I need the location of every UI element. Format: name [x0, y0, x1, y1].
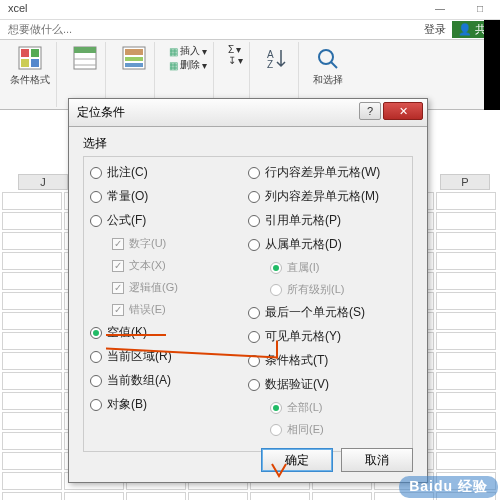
cond-format-icon: [16, 44, 44, 72]
opt-constants[interactable]: 常量(O): [90, 188, 248, 205]
opt-all-levels: 所有级别(L): [270, 282, 406, 297]
app-name-fragment: xcel: [8, 2, 28, 14]
ribbon-cond-format[interactable]: 条件格式: [4, 42, 57, 107]
minimize-button[interactable]: —: [420, 0, 460, 18]
window-controls: — □: [420, 0, 500, 18]
tell-me-bar: 想要做什么... 登录 👤 共: [0, 20, 500, 40]
svg-rect-6: [74, 47, 96, 53]
delete-icon: ▦: [169, 60, 178, 71]
ok-button[interactable]: 确定: [261, 448, 333, 472]
svg-rect-11: [125, 57, 143, 61]
app-title-bar: xcel — □: [0, 0, 500, 20]
sort-icon: AZ: [264, 44, 292, 72]
col-header-j[interactable]: J: [18, 174, 68, 190]
opt-last-cell[interactable]: 最后一个单元格(S): [248, 304, 406, 321]
autosum[interactable]: Σ ▾: [228, 44, 243, 55]
opt-validation-all: 全部(L): [270, 400, 406, 415]
svg-rect-10: [125, 49, 143, 55]
opt-col-diff[interactable]: 列内容差异单元格(M): [248, 188, 406, 205]
opt-formula-text: 文本(X): [112, 258, 248, 273]
svg-rect-1: [21, 49, 29, 57]
fill[interactable]: ↧ ▾: [228, 55, 243, 66]
opt-formula-logic: 逻辑值(G): [112, 280, 248, 295]
opt-formula-numbers: 数字(U): [112, 236, 248, 251]
svg-text:Z: Z: [267, 59, 273, 70]
cell-styles-icon: [120, 44, 148, 72]
right-column: 行内容差异单元格(W) 列内容差异单元格(M) 引用单元格(P) 从属单元格(D…: [248, 164, 406, 445]
find-icon: [314, 44, 342, 72]
opt-direct: 直属(I): [270, 260, 406, 275]
tell-me-prompt[interactable]: 想要做什么...: [8, 22, 72, 37]
opt-objects[interactable]: 对象(B): [90, 396, 248, 413]
opt-row-diff[interactable]: 行内容差异单元格(W): [248, 164, 406, 181]
dialog-help-button[interactable]: ?: [359, 102, 381, 120]
dialog-title-bar[interactable]: 定位条件 ? ✕: [69, 99, 427, 127]
svg-rect-4: [31, 59, 39, 67]
insert-icon: ▦: [169, 46, 178, 57]
svg-point-15: [319, 50, 333, 64]
opt-precedents[interactable]: 引用单元格(P): [248, 212, 406, 229]
opt-validation[interactable]: 数据验证(V): [248, 376, 406, 393]
svg-rect-12: [125, 63, 143, 67]
options-group: 批注(C) 常量(O) 公式(F) 数字(U) 文本(X) 逻辑值(G) 错误(…: [83, 156, 413, 452]
opt-validation-same: 相同(E): [270, 422, 406, 437]
opt-current-region[interactable]: 当前区域(R): [90, 348, 248, 365]
cancel-button[interactable]: 取消: [341, 448, 413, 472]
opt-cond-format[interactable]: 条件格式(T): [248, 352, 406, 369]
opt-formulas[interactable]: 公式(F): [90, 212, 248, 229]
login-link[interactable]: 登录: [424, 22, 446, 37]
opt-current-array[interactable]: 当前数组(A): [90, 372, 248, 389]
delete-cells[interactable]: ▦删除 ▾: [169, 58, 207, 72]
table-format-icon: [71, 44, 99, 72]
watermark: Baidu 经验: [399, 476, 498, 498]
goto-special-dialog: 定位条件 ? ✕ 选择 批注(C) 常量(O) 公式(F) 数字(U) 文本(X…: [68, 98, 428, 483]
opt-formula-errors: 错误(E): [112, 302, 248, 317]
insert-cells[interactable]: ▦插入 ▾: [169, 44, 207, 58]
opt-blanks[interactable]: 空值(K): [90, 324, 248, 341]
col-header-p[interactable]: P: [440, 174, 490, 190]
dialog-title: 定位条件: [77, 104, 125, 121]
opt-dependents[interactable]: 从属单元格(D): [248, 236, 406, 253]
opt-visible[interactable]: 可见单元格(Y): [248, 328, 406, 345]
svg-rect-2: [31, 49, 39, 57]
svg-rect-3: [21, 59, 29, 67]
group-label: 选择: [83, 135, 413, 152]
dialog-close-button[interactable]: ✕: [383, 102, 423, 120]
opt-comments[interactable]: 批注(C): [90, 164, 248, 181]
svg-line-16: [331, 62, 337, 68]
maximize-button[interactable]: □: [460, 0, 500, 18]
left-column: 批注(C) 常量(O) 公式(F) 数字(U) 文本(X) 逻辑值(G) 错误(…: [90, 164, 248, 445]
